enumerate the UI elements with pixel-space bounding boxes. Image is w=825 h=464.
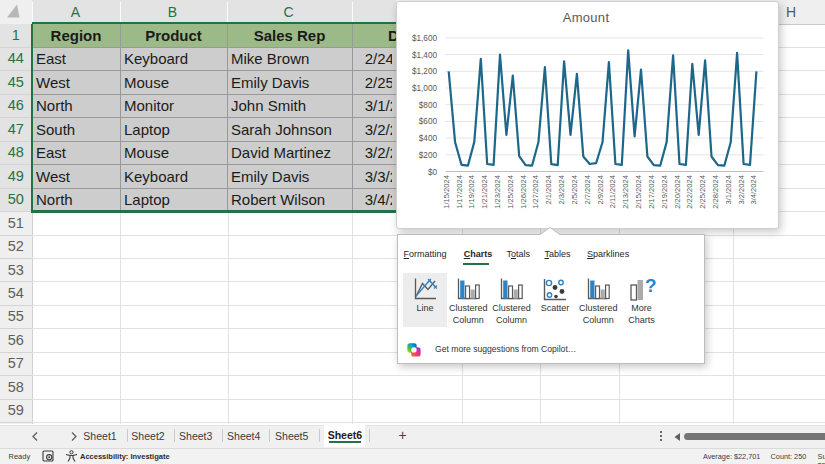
svg-text:1/25/2024: 1/25/2024 <box>506 175 515 209</box>
svg-text:1/27/2024: 1/27/2024 <box>531 175 540 209</box>
svg-text:2/11/2024: 2/11/2024 <box>608 175 617 208</box>
svg-text:2/3/2024: 2/3/2024 <box>557 175 566 205</box>
svg-text:1/23/2024: 1/23/2024 <box>493 175 502 209</box>
svg-text:3/1/2024: 3/1/2024 <box>724 175 733 205</box>
svg-text:$400: $400 <box>419 134 438 143</box>
svg-text:1/15/2024: 1/15/2024 <box>442 175 451 209</box>
svg-text:$600: $600 <box>419 117 438 126</box>
svg-text:2/5/2024: 2/5/2024 <box>570 175 579 205</box>
svg-text:2/7/2024: 2/7/2024 <box>583 175 592 205</box>
svg-text:$1,400: $1,400 <box>412 51 437 60</box>
svg-text:$200: $200 <box>419 151 438 160</box>
svg-text:Amount: Amount <box>563 10 610 25</box>
svg-text:2/17/2024: 2/17/2024 <box>647 175 656 209</box>
svg-text:3/4/2024: 3/4/2024 <box>749 175 758 205</box>
svg-text:2/15/2024: 2/15/2024 <box>634 175 643 209</box>
svg-text:3/2/2024: 3/2/2024 <box>737 175 746 205</box>
svg-text:$1,000: $1,000 <box>412 84 437 93</box>
svg-text:$1,600: $1,600 <box>412 34 437 43</box>
svg-text:2/28/2024: 2/28/2024 <box>711 175 720 209</box>
svg-text:1/26/2024: 1/26/2024 <box>519 175 528 209</box>
svg-text:2/1/2024: 2/1/2024 <box>544 175 553 205</box>
svg-text:2/9/2024: 2/9/2024 <box>596 175 605 205</box>
svg-text:$1,200: $1,200 <box>412 67 437 76</box>
svg-text:2/19/2024: 2/19/2024 <box>660 175 669 209</box>
svg-text:$0: $0 <box>428 168 438 177</box>
svg-text:2/25/2024: 2/25/2024 <box>698 175 707 209</box>
svg-text:2/20/2024: 2/20/2024 <box>673 175 682 209</box>
svg-text:1/21/2024: 1/21/2024 <box>480 175 489 209</box>
svg-text:?: ? <box>645 275 657 296</box>
svg-text:1/17/2024: 1/17/2024 <box>455 175 464 209</box>
svg-text:1/19/2024: 1/19/2024 <box>467 175 476 209</box>
svg-text:$800: $800 <box>419 101 438 110</box>
svg-text:2/13/2024: 2/13/2024 <box>621 175 630 209</box>
svg-text:2/22/2024: 2/22/2024 <box>685 175 694 209</box>
